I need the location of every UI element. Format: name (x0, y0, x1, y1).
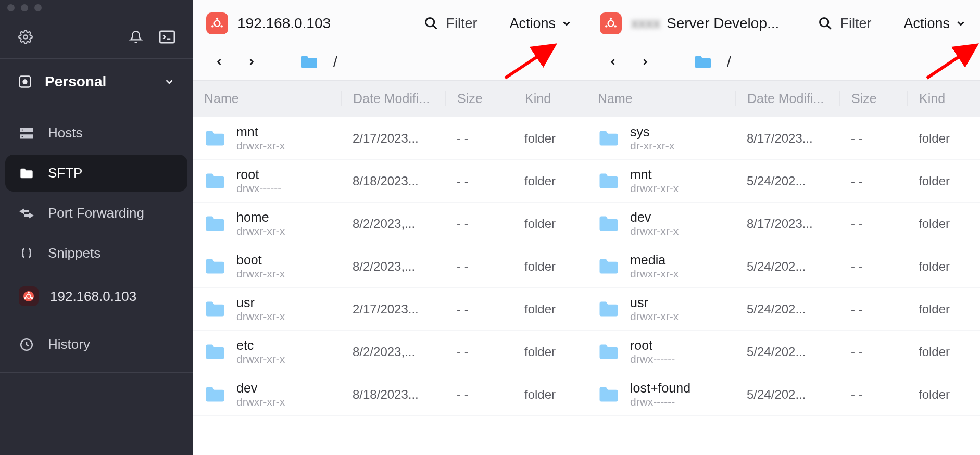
folder-icon (204, 172, 226, 191)
table-row[interactable]: sysdr-xr-xr-x8/17/2023...- -folder (586, 117, 980, 160)
filter-input[interactable]: Filter (818, 16, 871, 32)
folder-icon (598, 257, 620, 276)
table-row[interactable]: mntdrwxr-xr-x5/24/202...- -folder (586, 160, 980, 203)
folder-icon (598, 300, 620, 319)
actions-menu[interactable]: Actions (903, 16, 966, 32)
file-size: - - (839, 131, 907, 146)
file-size: - - (839, 217, 907, 231)
file-kind: folder (513, 345, 586, 359)
sidebar-item-port-forwarding[interactable]: Port Forwarding (5, 195, 187, 232)
file-date: 5/24/202... (735, 174, 839, 188)
file-kind: folder (907, 302, 980, 317)
path-segment[interactable]: / (727, 54, 731, 70)
file-kind: folder (907, 345, 980, 359)
column-header-size[interactable]: Size (839, 91, 907, 106)
svg-point-21 (610, 18, 612, 20)
actions-label: Actions (903, 16, 950, 32)
connected-host-label: 192.168.0.103 (50, 288, 136, 305)
svg-point-16 (221, 25, 223, 27)
file-permissions: drwxr-xr-x (630, 182, 679, 195)
file-name: boot (236, 252, 285, 268)
table-row[interactable]: mntdrwxr-xr-x2/17/2023...- -folder (193, 117, 586, 160)
svg-rect-1 (160, 31, 174, 43)
table-row[interactable]: devdrwxr-xr-x8/18/2023...- -folder (193, 373, 586, 416)
table-row[interactable]: usrdrwxr-xr-x5/24/202...- -folder (586, 288, 980, 331)
terminal-button[interactable] (159, 29, 175, 45)
nav-back-button[interactable] (604, 53, 622, 71)
column-header-name[interactable]: Name (193, 91, 341, 106)
table-row[interactable]: bootdrwxr-xr-x8/2/2023,...- -folder (193, 245, 586, 288)
folder-icon (300, 54, 319, 70)
workspace-label: Personal (45, 73, 106, 90)
column-header-name[interactable]: Name (586, 91, 735, 106)
svg-line-25 (827, 26, 831, 29)
folder-icon (694, 54, 712, 70)
table-row[interactable]: devdrwxr-xr-x8/17/2023...- -folder (586, 203, 980, 245)
column-header-date[interactable]: Date Modifi... (341, 91, 445, 106)
sidebar-nav: Hosts SFTP Port Forwarding Snippets (0, 105, 193, 372)
file-kind: folder (907, 259, 980, 274)
column-header-date[interactable]: Date Modifi... (735, 91, 839, 106)
svg-point-24 (820, 18, 828, 27)
table-row[interactable]: mediadrwxr-xr-x5/24/202...- -folder (586, 245, 980, 288)
folder-icon (598, 172, 620, 191)
svg-point-23 (605, 25, 607, 27)
chevron-down-icon (164, 76, 175, 87)
folder-icon (204, 300, 226, 319)
traffic-dot (7, 4, 15, 11)
folder-icon (19, 166, 34, 181)
file-name: mnt (236, 124, 285, 140)
filter-input[interactable]: Filter (424, 16, 477, 32)
workspace-selector[interactable]: Personal (0, 59, 193, 105)
file-date: 8/17/2023... (735, 217, 839, 231)
divider (0, 372, 193, 373)
svg-point-22 (614, 25, 617, 27)
filter-label: Filter (446, 16, 477, 32)
file-permissions: drwxr-xr-x (236, 268, 285, 280)
file-kind: folder (907, 131, 980, 146)
search-icon (424, 16, 438, 31)
file-date: 5/24/202... (735, 302, 839, 317)
host-chip[interactable] (206, 12, 228, 34)
file-name: media (630, 252, 679, 268)
column-header-kind[interactable]: Kind (907, 91, 980, 106)
svg-point-15 (216, 18, 218, 20)
path-segment[interactable]: / (333, 54, 337, 70)
sidebar-item-history[interactable]: History (5, 326, 187, 363)
file-permissions: dr-xr-xr-x (630, 140, 674, 152)
table-row[interactable]: lost+founddrwx------5/24/202...- -folder (586, 373, 980, 416)
svg-point-3 (22, 79, 27, 84)
actions-menu[interactable]: Actions (509, 16, 572, 32)
table-row[interactable]: rootdrwx------8/18/2023...- -folder (193, 160, 586, 203)
nav-forward-button[interactable] (243, 53, 260, 71)
breadcrumb-bar: / (586, 47, 980, 80)
svg-point-17 (211, 25, 213, 27)
table-row[interactable]: homedrwxr-xr-x8/2/2023,...- -folder (193, 203, 586, 245)
sidebar-item-hosts[interactable]: Hosts (5, 115, 187, 151)
sidebar-connected-host[interactable]: 192.168.0.103 (5, 279, 187, 313)
table-row[interactable]: usrdrwxr-xr-x2/17/2023...- -folder (193, 288, 586, 331)
column-header-size[interactable]: Size (445, 91, 513, 106)
file-date: 8/18/2023... (341, 387, 445, 402)
notifications-button[interactable] (128, 29, 144, 45)
table-header: Name Date Modifi... Size Kind (586, 80, 980, 117)
chevron-left-icon (214, 56, 224, 68)
folder-icon (598, 343, 620, 361)
sidebar-item-sftp[interactable]: SFTP (5, 155, 187, 192)
nav-forward-button[interactable] (636, 53, 654, 71)
host-chip[interactable] (600, 12, 622, 34)
folder-icon (598, 385, 620, 404)
table-row[interactable]: etcdrwxr-xr-x8/2/2023,...- -folder (193, 331, 586, 373)
file-name: etc (236, 338, 285, 353)
clock-icon (19, 337, 34, 352)
svg-line-19 (433, 26, 437, 29)
table-row[interactable]: rootdrwx------5/24/202...- -folder (586, 331, 980, 373)
file-kind: folder (513, 174, 586, 188)
file-size: - - (445, 345, 513, 359)
file-permissions: drwxr-xr-x (236, 140, 285, 152)
pane-header: xxxx Server Develop... Filter Actions (586, 0, 980, 47)
column-header-kind[interactable]: Kind (513, 91, 586, 106)
sidebar-item-snippets[interactable]: Snippets (5, 235, 187, 272)
nav-back-button[interactable] (210, 53, 228, 71)
settings-button[interactable] (18, 29, 33, 45)
